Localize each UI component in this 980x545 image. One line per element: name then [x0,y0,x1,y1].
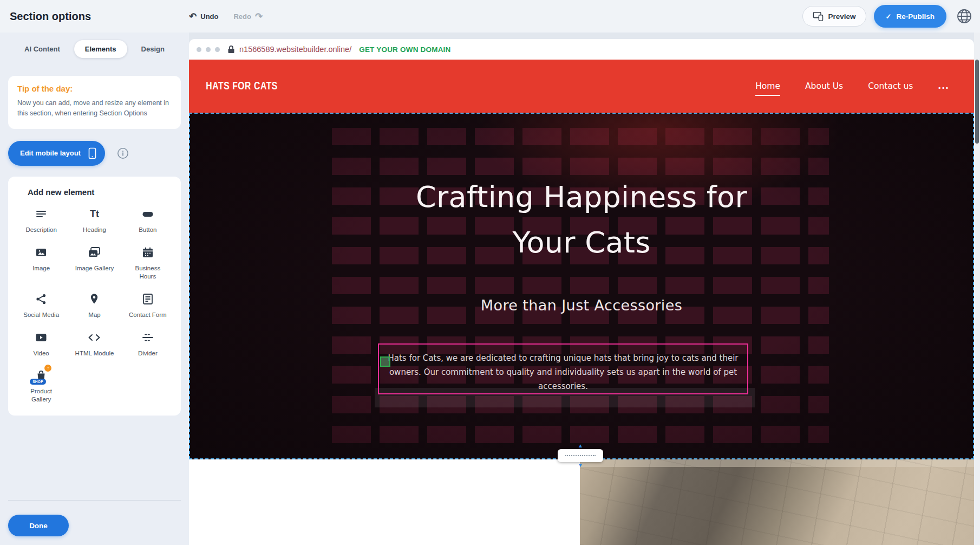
get-domain-link[interactable]: GET YOUR OWN DOMAIN [359,46,450,54]
contact-form-icon [141,291,154,307]
element-video[interactable]: Video [15,330,68,358]
preview-button[interactable]: Preview [802,6,866,27]
element-product-gallery[interactable]: SHOP ↑ Product Gallery [15,368,68,404]
info-icon [117,147,129,159]
next-section [189,459,974,545]
heading-icon: Tt [90,206,99,222]
topbar: Section options ↶ Undo Redo ↷ Preview [0,0,980,33]
page-title: Section options [10,10,189,23]
element-map[interactable]: Map [68,291,121,319]
redo-button[interactable]: Redo ↷ [233,12,263,21]
info-button[interactable] [117,147,129,159]
done-button[interactable]: Done [8,515,69,536]
selected-text-element[interactable]: Hats for Cats, we are dedicated to craft… [378,343,748,394]
element-contact-form[interactable]: Contact Form [121,291,174,319]
hero-paragraph[interactable]: Hats for Cats, we are dedicated to craft… [382,352,744,393]
element-business-hours[interactable]: Business Hours [121,245,174,281]
website-builder-app: Section options ↶ Undo Redo ↷ Preview [0,0,980,545]
upgrade-badge-icon: ↑ [44,365,51,372]
element-heading[interactable]: Tt Heading [68,206,121,234]
hero-heading[interactable]: Crafting Happiness for Your Cats [190,174,973,265]
site-header[interactable]: HATS FOR CATS Home About Us Contact us .… [189,60,974,113]
element-resize-handle[interactable] [380,356,390,367]
phone-icon [88,147,96,159]
element-label: Image Gallery [75,264,114,272]
nav-contact-us[interactable]: Contact us [868,81,913,91]
nav-more[interactable]: ... [938,81,949,91]
site-preview-frame: n1566589.websitebuilder.online/ GET YOUR… [189,39,974,545]
element-label: Divider [138,349,158,358]
hero-heading-line2: Your Cats [190,220,973,265]
window-dot [197,47,201,52]
window-dots [197,47,220,52]
republish-label: Re-Publish [896,12,935,21]
element-label: HTML Module [75,349,114,358]
shop-badge: SHOP [30,379,46,385]
editor-canvas: n1566589.websitebuilder.online/ GET YOUR… [189,33,980,545]
edit-mobile-layout-button[interactable]: Edit mobile layout [8,141,105,166]
tip-title: Tip of the day: [17,84,172,93]
section-resize-handle[interactable]: ▲ ▼ [558,443,603,468]
nav-home[interactable]: Home [755,81,780,91]
element-label: Contact Form [129,311,167,319]
sidebar-tabs: AI Content Elements Design [0,39,189,59]
undo-icon: ↶ [189,12,197,21]
element-label: Heading [83,226,106,234]
image-gallery-icon [87,245,101,260]
element-label: Image [32,264,50,272]
element-label: Button [139,226,156,234]
hero-section-selected[interactable]: Crafting Happiness for Your Cats More th… [189,113,974,459]
description-icon [35,206,48,222]
browser-address-bar: n1566589.websitebuilder.online/ GET YOUR… [189,39,974,60]
arrow-up-icon: ▲ [578,443,583,449]
scrollbar-thumb[interactable] [975,60,979,144]
hero-heading-line1: Crafting Happiness for [190,174,973,220]
site-logo[interactable]: HATS FOR CATS [206,80,277,93]
element-description[interactable]: Description [15,206,68,234]
edit-mobile-label: Edit mobile layout [20,149,81,157]
undo-label: Undo [200,12,218,21]
undo-button[interactable]: ↶ Undo [189,12,218,21]
divider-icon [141,330,154,345]
element-grid: Description Tt Heading Button [15,206,174,404]
redo-label: Redo [233,12,251,21]
site-nav: Home About Us Contact us ... [755,81,949,91]
tip-of-the-day-card: Tip of the day: Now you can add, move an… [8,76,181,129]
html-module-icon [87,330,101,345]
language-globe-button[interactable] [954,6,975,27]
site-url: n1566589.websitebuilder.online/ [239,45,351,54]
window-dot [206,47,211,52]
section-resize-grip[interactable] [558,449,603,462]
element-label: Video [34,349,49,358]
element-label: Business Hours [128,264,167,281]
tab-ai-content[interactable]: AI Content [16,40,69,58]
lock-icon [227,45,235,54]
element-button[interactable]: Button [121,206,174,234]
image-icon [35,245,48,260]
business-hours-icon [141,245,154,260]
hero-subheading[interactable]: More than Just Accessories [190,297,973,314]
sidebar-divider [8,500,181,501]
tab-elements[interactable]: Elements [74,40,127,58]
redo-icon: ↷ [255,12,263,21]
check-icon: ✓ [886,12,892,21]
social-media-icon [35,291,48,307]
page-scrollbar [974,33,980,545]
element-divider[interactable]: Divider [121,330,174,358]
globe-icon [956,8,973,25]
next-section-blank [189,459,580,545]
button-icon [141,206,154,222]
element-html-module[interactable]: HTML Module [68,330,121,358]
tab-design[interactable]: Design [133,40,173,58]
element-social-media[interactable]: Social Media [15,291,68,319]
pavement-photo[interactable] [580,459,974,545]
map-icon [88,291,101,307]
website-preview: HATS FOR CATS Home About Us Contact us .… [189,60,974,545]
video-icon [35,330,48,345]
nav-about-us[interactable]: About Us [805,81,843,91]
element-label: Description [25,226,57,234]
republish-button[interactable]: ✓ Re-Publish [874,5,946,28]
element-image-gallery[interactable]: Image Gallery [68,245,121,281]
element-image[interactable]: Image [15,245,68,281]
add-new-element-panel: Add new element Description Tt Heading [8,177,181,416]
